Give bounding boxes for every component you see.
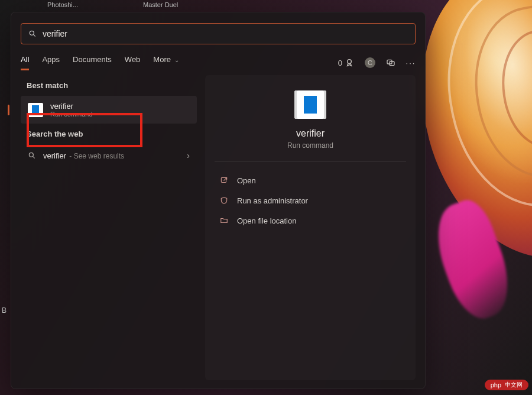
tab-apps[interactable]: Apps [42, 55, 60, 70]
action-label: Run as administrator [237, 196, 308, 205]
desktop-shortcut[interactable]: Master Duel [143, 0, 178, 8]
web-suffix: - See web results [67, 152, 124, 160]
action-list: Open Run as administrator Open file loca… [215, 171, 406, 229]
open-icon [219, 176, 229, 185]
search-box[interactable] [21, 23, 416, 44]
chevron-right-icon: › [187, 151, 190, 160]
tab-web[interactable]: Web [125, 55, 141, 70]
rewards-indicator[interactable]: 0 [338, 58, 354, 67]
detail-subtitle: Run command [287, 141, 333, 150]
tab-documents[interactable]: Documents [73, 55, 112, 70]
shield-icon [219, 196, 229, 205]
watermark-badge: php中文网 [485, 380, 528, 390]
chevron-down-icon: ⌄ [174, 57, 179, 63]
best-match-label: Best match [27, 81, 197, 90]
search-input[interactable] [43, 29, 408, 38]
svg-point-2 [348, 60, 352, 64]
chat-icon[interactable] [386, 58, 395, 67]
desktop-side-label: B [2, 306, 7, 315]
action-run-admin[interactable]: Run as administrator [215, 192, 406, 209]
detail-title: verifier [296, 128, 325, 139]
result-subtitle: Run command [50, 111, 93, 118]
search-icon [28, 151, 36, 160]
medal-icon [345, 58, 354, 67]
desktop-shortcut[interactable]: Photoshi... [47, 0, 78, 8]
folder-icon [219, 216, 229, 225]
svg-point-5 [29, 153, 33, 157]
start-search-panel: All Apps Documents Web More ⌄ 0 C ··· Be… [11, 12, 426, 389]
svg-line-6 [33, 156, 34, 158]
verifier-large-icon [294, 90, 326, 119]
more-options-icon[interactable]: ··· [406, 58, 416, 67]
results-column: Best match verifier Run command Search t… [21, 75, 197, 380]
search-web-label: Search the web [27, 129, 197, 138]
action-open[interactable]: Open [215, 171, 406, 189]
best-match-result[interactable]: verifier Run command [21, 96, 197, 124]
selection-accent [8, 105, 9, 115]
verifier-app-icon [28, 103, 43, 117]
svg-point-0 [30, 31, 34, 35]
tab-all[interactable]: All [21, 55, 29, 70]
tab-more[interactable]: More ⌄ [153, 55, 179, 70]
svg-line-1 [33, 34, 35, 36]
search-icon [28, 30, 37, 38]
web-search-result[interactable]: verifier - See web results › [21, 144, 197, 167]
action-label: Open file location [237, 216, 296, 225]
filter-tab-row: All Apps Documents Web More ⌄ 0 C ··· [21, 55, 416, 70]
result-title: verifier [50, 102, 93, 111]
web-term: verifier [43, 151, 66, 160]
svg-rect-7 [221, 177, 226, 182]
action-open-location[interactable]: Open file location [215, 212, 406, 229]
desktop-shortcuts: Photoshi... Master Duel [0, 0, 178, 8]
action-label: Open [237, 176, 256, 185]
detail-column: verifier Run command Open Run as adminis… [205, 75, 416, 380]
user-avatar[interactable]: C [365, 57, 375, 68]
